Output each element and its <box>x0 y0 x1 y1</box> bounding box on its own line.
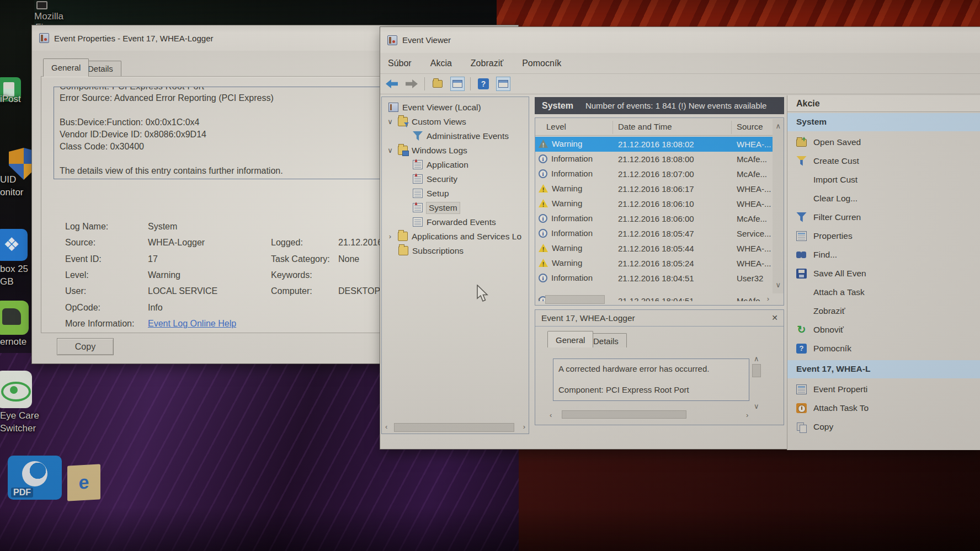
event-log-online-help-link[interactable]: Event Log Online Help <box>148 319 236 329</box>
chevron-expanded-icon[interactable]: ∨ <box>386 117 394 126</box>
eye-care-label-1[interactable]: Eye Care <box>0 410 39 421</box>
dropbox-icon[interactable]: ❖ <box>0 229 28 261</box>
help-icon[interactable]: ? <box>476 77 491 91</box>
action-find[interactable]: Find... <box>787 245 980 264</box>
evernote-icon[interactable] <box>0 301 29 335</box>
logged-label: Logged: <box>271 238 340 248</box>
tab-general[interactable]: General <box>43 58 89 77</box>
action-copy[interactable]: Copy <box>787 418 980 436</box>
tree-item-system[interactable]: System <box>382 201 529 215</box>
column-source[interactable]: Source <box>737 122 763 131</box>
action-create-custom-view[interactable]: Create Cust <box>787 152 980 170</box>
horizontal-scrollbar-thumb[interactable] <box>394 423 514 432</box>
event-row-selected[interactable]: Warning 21.12.2016 18:08:02 WHEA-... <box>535 137 773 152</box>
scroll-left-arrow[interactable]: ‹ <box>538 295 540 302</box>
dropbox-glyph: ❖ <box>3 234 20 255</box>
close-icon[interactable]: ✕ <box>771 313 778 322</box>
forwarded-events-log-icon <box>413 217 423 227</box>
event-row[interactable]: Warning 21.12.2016 18:06:17 WHEA-... <box>535 181 773 196</box>
ipost-icon-label[interactable]: iPost <box>0 94 21 105</box>
windows-logs-folder-icon <box>398 146 408 155</box>
event-viewer-titlebar[interactable]: Event Viewer <box>380 27 980 53</box>
tree-item-subscriptions[interactable]: Subscriptions <box>382 244 529 258</box>
menu-help[interactable]: Pomocník <box>522 58 561 68</box>
chevron-expanded-icon[interactable]: ∨ <box>386 146 394 154</box>
scroll-up-arrow[interactable]: ∧ <box>754 355 759 362</box>
scroll-right-arrow[interactable]: › <box>767 295 769 302</box>
console-tree-icon[interactable] <box>450 77 465 91</box>
tree-item-root[interactable]: Event Viewer (Local) <box>382 100 529 114</box>
menu-file[interactable]: Súbor <box>388 58 412 68</box>
dropbox-label-1[interactable]: box 25 <box>0 264 28 275</box>
copy-button[interactable]: Copy <box>57 338 114 355</box>
vertical-scrollbar[interactable] <box>773 119 784 293</box>
edge-document-icon[interactable]: e <box>67 464 100 501</box>
tree-item-applications-and-services[interactable]: › Applications and Services Lo <box>382 229 529 243</box>
scroll-right-arrow[interactable]: › <box>746 411 748 419</box>
refresh-icon: ↻ <box>796 325 807 335</box>
action-clear-log[interactable]: Clear Log... <box>787 189 980 207</box>
event-row[interactable]: iInformation 21.12.2016 18:08:00 McAfe..… <box>535 152 773 167</box>
event-row[interactable]: Warning 21.12.2016 18:06:10 WHEA-... <box>535 196 773 211</box>
forward-icon[interactable] <box>404 77 419 91</box>
scroll-left-arrow[interactable]: ‹ <box>385 423 387 430</box>
column-level[interactable]: Level <box>546 122 566 131</box>
scroll-left-arrow[interactable]: ‹ <box>550 411 552 419</box>
tree-item-windows-logs[interactable]: ∨ Windows Logs <box>382 143 529 157</box>
foxit-pdf-icon[interactable]: PDF <box>8 456 62 500</box>
horizontal-scrollbar-thumb[interactable] <box>562 410 686 419</box>
event-row[interactable]: iInformation 21.12.2016 18:06:00 McAfe..… <box>535 211 773 226</box>
actions-group-system[interactable]: System <box>787 113 980 131</box>
tree-item-forwarded-events[interactable]: Forwarded Events <box>382 215 529 229</box>
chevron-collapsed-icon[interactable]: › <box>386 232 394 240</box>
action-import-custom-view[interactable]: Import Cust <box>787 170 980 189</box>
horizontal-scrollbar-thumb[interactable] <box>545 295 605 304</box>
tree-item-setup[interactable]: Setup <box>382 186 529 200</box>
action-properties[interactable]: Properties <box>787 227 980 245</box>
uid-monitor-label-2[interactable]: onitor <box>0 187 24 198</box>
scroll-down-arrow[interactable]: ∨ <box>754 403 759 410</box>
tree-item-security[interactable]: Security <box>382 172 529 186</box>
action-refresh[interactable]: ↻ Obnoviť <box>787 320 980 339</box>
menu-action[interactable]: Akcia <box>430 58 452 68</box>
action-attach-task-to-event[interactable]: Attach Task To <box>787 399 980 417</box>
preview-message-box[interactable]: A corrected hardware error has occurred.… <box>553 359 749 401</box>
event-row[interactable]: Warning 21.12.2016 18:05:24 WHEA-... <box>535 256 773 271</box>
action-help[interactable]: ? Pomocník <box>787 339 980 357</box>
eye-care-switcher-icon[interactable] <box>0 371 32 408</box>
action-attach-a-task[interactable]: Attach a Task <box>787 283 980 301</box>
actions-group-event[interactable]: Event 17, WHEA-L <box>787 360 980 378</box>
scroll-up-arrow[interactable]: ∧ <box>775 122 781 130</box>
action-event-properties[interactable]: Event Properti <box>787 380 980 398</box>
back-icon[interactable] <box>385 77 399 91</box>
scroll-right-arrow[interactable]: › <box>523 423 525 430</box>
dropbox-label-2[interactable]: GB <box>0 276 14 287</box>
action-open-saved-log[interactable]: Open Saved <box>787 133 980 151</box>
tree-item-administrative-events[interactable]: Administrative Events <box>382 129 529 143</box>
action-filter-current-log[interactable]: Filter Curren <box>787 208 980 226</box>
toolbar: ? <box>380 74 980 94</box>
vertical-scrollbar-thumb[interactable] <box>752 364 761 377</box>
mozilla-icon-label[interactable]: Mozilla <box>34 11 63 22</box>
event-row[interactable]: iInformation 21.12.2016 18:05:47 Service… <box>535 226 773 241</box>
open-saved-log-icon[interactable] <box>430 77 445 91</box>
preview-tab-general[interactable]: General <box>547 331 593 347</box>
mozilla-firefox-icon[interactable] <box>36 1 47 9</box>
uid-monitor-label-1[interactable]: UID <box>0 174 16 185</box>
action-pane-icon[interactable] <box>496 77 510 91</box>
action-save-all-events[interactable]: Save All Even <box>787 264 980 282</box>
event-row[interactable]: iInformation 21.12.2016 18:04:51 User32 <box>535 271 773 286</box>
event-properties-title: Event Properties - Event 17, WHEA-Logger <box>54 34 213 43</box>
event-row[interactable]: Warning 21.12.2016 18:05:44 WHEA-... <box>535 241 773 256</box>
tree-item-application[interactable]: Application <box>382 158 529 172</box>
menu-view[interactable]: Zobraziť <box>471 58 503 68</box>
event-row[interactable]: iInformation 21.12.2016 18:07:00 McAfe..… <box>535 167 773 181</box>
column-date-and-time[interactable]: Date and Time <box>618 122 672 131</box>
evernote-label[interactable]: ernote <box>0 336 26 347</box>
tree-item-custom-views[interactable]: ∨ Custom Views <box>382 115 529 129</box>
action-view[interactable]: Zobraziť <box>787 302 980 320</box>
eye-care-label-2[interactable]: Switcher <box>0 423 36 434</box>
warning-icon <box>539 140 548 148</box>
warning-icon <box>539 184 548 192</box>
scroll-down-arrow[interactable]: ∨ <box>775 281 781 288</box>
